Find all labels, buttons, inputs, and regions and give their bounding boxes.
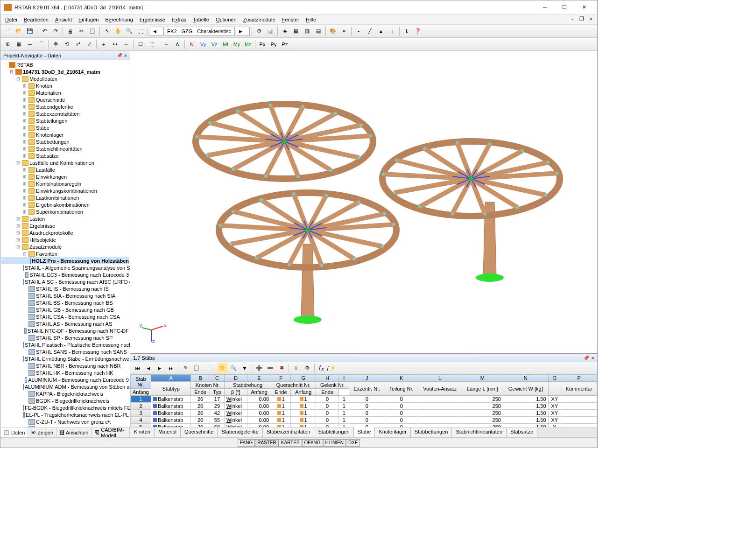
line-icon[interactable]: ─ [25,39,35,49]
scale-icon[interactable]: ⤢ [84,39,94,49]
tbl-find-icon[interactable]: 🔍 [228,363,239,373]
tree-node[interactable]: STAHL Plastisch - Plastische Bemessung n… [1,341,129,348]
tree-node[interactable]: STAHL AS - Bemessung nach AS [1,320,129,327]
menu-einfuegen[interactable]: Einfügen [76,16,101,23]
select-all-icon[interactable]: ☐ [135,39,146,49]
maximize-button[interactable]: ☐ [555,2,574,13]
connect-icon[interactable]: ⊶ [110,39,120,49]
table-tab[interactable]: Stabbettungen [411,427,452,437]
table-tab[interactable]: Stabexzentrizitäten [263,427,315,437]
mz-icon[interactable]: Mz [243,39,253,49]
pan-icon[interactable]: ✋ [113,26,123,36]
tree-node[interactable]: STAHL NBR - Bemessung nach NBR [1,362,129,369]
tree-node[interactable]: ⊞Stabbettungen [1,138,129,145]
px-icon[interactable]: Px [257,39,268,49]
menu-fenster[interactable]: Fenster [279,16,302,23]
tree-node[interactable]: ⊟Favoriten [1,250,129,257]
copy-icon[interactable]: 📋 [87,26,98,36]
menu-tabelle[interactable]: Tabelle [190,16,212,23]
tree-node[interactable]: ⊞Ausdruckprotokolle [1,229,129,236]
calc-icon[interactable]: ⚙ [254,26,264,36]
move-icon[interactable]: ✥ [50,39,61,49]
tbl-paste-icon[interactable]: 📄 [203,363,213,373]
menu-ergebnisse[interactable]: Ergebnisse [137,16,168,23]
tbl-edit-icon[interactable]: ✎ [180,363,190,373]
tree-node[interactable]: STAHL NTC-DF - Bemessung nach NTC-DF [1,327,129,334]
tree-node[interactable]: STAHL HK - Bemessung nach HK [1,369,129,376]
table-tab[interactable]: Stäbe [354,427,375,437]
tbl-copy-icon[interactable]: 📋 [191,363,202,373]
tree-node[interactable]: ⊞Lastkombinationen [1,194,129,201]
status-toggle[interactable]: OFANG [302,439,323,447]
tree-node[interactable]: RSTAB [1,61,129,68]
tree-node[interactable]: ⊞Querschnitte [1,96,129,103]
status-toggle[interactable]: RASTER [255,439,279,447]
table-tab[interactable]: Stabsätze [507,427,537,437]
results-icon[interactable]: 📊 [265,26,275,36]
view-xz-icon[interactable]: ▥ [302,26,312,36]
tree-node[interactable]: ⊞Lasten [1,215,129,222]
wire-icon[interactable]: ⌗ [339,26,349,36]
status-toggle[interactable]: FANG [238,439,255,447]
zoom-icon[interactable]: 🔍 [124,26,134,36]
tree-node[interactable]: ⊞Hilfsobjekte [1,236,129,243]
mdi-close[interactable]: × [587,16,595,23]
extend-icon[interactable]: → [121,39,131,49]
tree-node[interactable]: STAHL CSA - Bemessung nach CSA [1,313,129,320]
tree-node[interactable]: BGDK - Biegedrillknicknachweis [1,397,129,404]
save-icon[interactable]: 💾 [25,26,35,36]
tbl-filter-icon[interactable]: ▼ [240,363,250,373]
tree-node[interactable]: FE-BGDK - Biegedrillknicknachweis mittel… [1,404,129,411]
mdi-restore[interactable]: ❐ [578,16,586,23]
navtab-ansichten[interactable]: 🖼 Ansichten [56,427,92,437]
close-button[interactable]: ✕ [575,2,593,13]
tree-node[interactable]: ⊞Einwirkungskombinationen [1,187,129,194]
tree-node[interactable]: STAHL Ermüdung Stäbe - Ermüdungsnachwe [1,355,129,362]
panel-close-icon[interactable]: × [124,53,127,58]
tbl-last-icon[interactable]: ⏭ [166,363,176,373]
tbl-excel-icon[interactable]: X [291,363,301,373]
tree-node[interactable]: STAHL SP - Bemessung nach SP [1,334,129,341]
view-iso-icon[interactable]: ◈ [280,26,290,36]
tree-node[interactable]: ⊟Lastfälle und Kombinationen [1,159,129,166]
menu-optionen[interactable]: Optionen [213,16,240,23]
text-icon[interactable]: A [172,39,183,49]
open-icon[interactable]: 📂 [14,26,24,36]
tree-node[interactable]: STAHL - Allgemeine Spannungsanalyse von … [1,264,129,271]
navigator-tree[interactable]: RSTAB⊟104731 3DoD_3d_210614_matm⊟Modelld… [0,60,130,427]
my-icon[interactable]: My [232,39,242,49]
data-table[interactable]: Stab Nr.ABCDEFGHIJKLMNOPStabtypKnoten Nr… [130,374,597,427]
menu-zusatzmodule[interactable]: Zusatzmodule [240,16,278,23]
tbl-refresh-icon[interactable]: 🔆 [217,363,227,373]
tbl-first-icon[interactable]: ⏮ [132,363,142,373]
cut-icon[interactable]: ✂ [76,26,86,36]
table-pin-icon[interactable]: 📌 [583,355,590,361]
table-tab[interactable]: Material [155,427,181,437]
tbl-settings-icon[interactable]: ⚙ [302,363,312,373]
zoomfit-icon[interactable]: ⛶ [135,26,146,36]
tree-node[interactable]: ⊞Kombinationsregeln [1,180,129,187]
info-icon[interactable]: ℹ [402,26,412,36]
tree-node[interactable]: ⊞Stabexzentrizitäten [1,110,129,117]
tree-node[interactable]: ⊞Einwirkungen [1,173,129,180]
tree-node[interactable]: ⊞Stabsätze [1,152,129,159]
py-icon[interactable]: Py [268,39,279,49]
loadcase-next[interactable]: ► [236,27,250,36]
menu-ansicht[interactable]: Ansicht [52,16,75,23]
tbl-delrow-icon[interactable]: ➖ [265,363,275,373]
redo-icon[interactable]: ↷ [50,26,61,36]
tbl-next-icon[interactable]: ► [155,363,165,373]
view-yz-icon[interactable]: ▤ [313,26,324,36]
rotate-icon[interactable]: ⟲ [62,39,72,49]
tree-node[interactable]: STAHL IS - Bemessung nach IS [1,285,129,292]
mirror-icon[interactable]: ⇄ [73,39,83,49]
load-icon[interactable]: ↓ [387,26,397,36]
tree-node[interactable]: ALUMINIUM ADM - Bemessung von Stäben a [1,383,129,390]
tree-node[interactable]: HOLZ Pro - Bemessung von Holzstäben [1,257,129,264]
loadcase-combo[interactable]: EK2 - GZG - Charakteristisc [165,27,235,36]
node-icon[interactable]: • [353,26,364,36]
tree-node[interactable]: STAHL GB - Bemessung nach GB [1,306,129,313]
tree-node[interactable]: ⊟Modelldaten [1,75,129,82]
mdi-minimize[interactable]: - [568,16,577,23]
status-toggle[interactable]: HLINIEN [323,439,346,447]
